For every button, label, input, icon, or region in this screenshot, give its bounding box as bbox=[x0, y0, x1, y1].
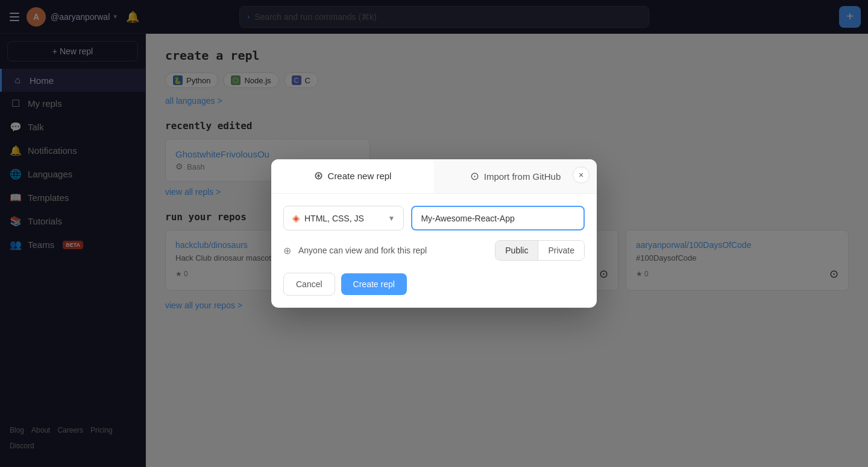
create-repl-button[interactable]: Create repl bbox=[341, 273, 407, 295]
language-select-text: HTML, CSS, JS bbox=[304, 214, 383, 223]
privacy-icon: ⊕ bbox=[283, 245, 291, 256]
replit-icon: ⊛ bbox=[314, 169, 323, 182]
modal-lang-row: ◈ HTML, CSS, JS ▼ bbox=[283, 206, 585, 230]
language-select[interactable]: ◈ HTML, CSS, JS ▼ bbox=[283, 206, 404, 230]
private-privacy-button[interactable]: Private bbox=[538, 241, 584, 260]
public-privacy-button[interactable]: Public bbox=[495, 241, 538, 260]
modal-actions: Cancel Create repl bbox=[283, 273, 585, 296]
tab-create-new-repl[interactable]: ⊛ Create new repl bbox=[271, 159, 434, 193]
modal-privacy-row: ⊕ Anyone can view and fork this repl Pub… bbox=[283, 240, 585, 261]
privacy-buttons: Public Private bbox=[495, 240, 585, 261]
create-repl-modal: × ⊛ Create new repl ⊙ Import from GitHub… bbox=[271, 159, 597, 308]
chevron-down-icon: ▼ bbox=[388, 214, 395, 223]
html-lang-icon: ◈ bbox=[292, 212, 300, 224]
cancel-button[interactable]: Cancel bbox=[283, 273, 335, 296]
modal-overlay: × ⊛ Create new repl ⊙ Import from GitHub… bbox=[0, 0, 868, 467]
privacy-text: Anyone can view and fork this repl bbox=[298, 246, 488, 255]
github-tab-icon: ⊙ bbox=[470, 170, 479, 183]
modal-body: ◈ HTML, CSS, JS ▼ ⊕ Anyone can view and … bbox=[271, 194, 597, 308]
modal-close-button[interactable]: × bbox=[573, 167, 590, 183]
tab-import-label: Import from GitHub bbox=[484, 171, 561, 182]
modal-tabs: ⊛ Create new repl ⊙ Import from GitHub bbox=[271, 159, 597, 194]
tab-create-label: Create new repl bbox=[328, 171, 392, 181]
repl-name-input[interactable] bbox=[411, 206, 585, 230]
